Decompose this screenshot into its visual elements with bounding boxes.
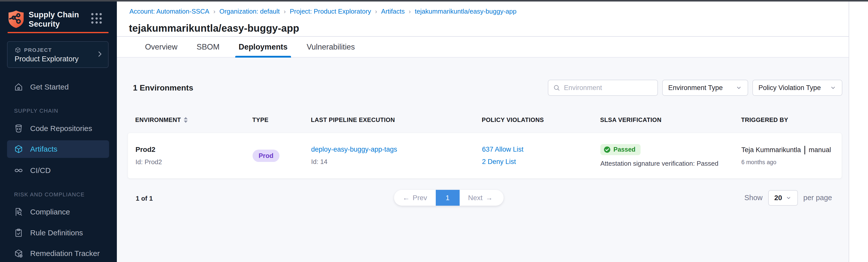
sidebar-section-supply-chain: SUPPLY CHAIN [14,108,58,114]
app-grid-icon[interactable] [91,13,102,24]
environment-name: Prod2 [135,146,247,154]
breadcrumb-artifacts[interactable]: Artifacts [381,7,405,15]
breadcrumb-organization[interactable]: Organization: default [219,7,280,15]
sidebar-item-compliance[interactable]: Compliance [7,204,109,220]
slsa-passed-badge: Passed [600,144,641,155]
pagination: ← Prev 1 Next → [394,190,504,206]
sidebar-item-get-started[interactable]: Get Started [7,80,109,94]
column-triggered-by: TRIGGERED BY [741,116,842,123]
sidebar-item-artifacts[interactable]: Artifacts [7,140,109,158]
sidebar-section-risk-compliance: RISK AND COMPLIANCE [14,191,85,198]
environment-count-heading: 1 Environments [133,83,193,92]
code-repo-icon [13,123,24,134]
breadcrumb-separator: › [284,8,286,15]
infinity-icon [13,166,24,175]
slsa-status-text: Passed [614,146,636,153]
cell-slsa-verification: Passed Attestation signature verificatio… [600,133,741,178]
tab-vulnerabilities[interactable]: Vulnerabilities [307,37,355,57]
sidebar-item-code-repositories[interactable]: Code Repositories [7,121,109,136]
home-icon [13,82,24,92]
breadcrumb-separator: › [409,8,411,15]
page-1-button[interactable]: 1 [436,190,460,206]
filter-label: Environment Type [668,84,723,92]
tab-overview[interactable]: Overview [145,37,178,57]
page-summary: 1 of 1 [136,195,153,202]
sidebar-item-label: Rule Definitions [30,229,83,237]
breadcrumb-artifact-name[interactable]: tejakummarikuntla/easy-buggy-app [415,7,517,15]
breadcrumb-account[interactable]: Account: Automation-SSCA [129,7,209,15]
cell-environment: Prod2 Id: Prod2 [128,133,253,178]
next-page-button[interactable]: Next → [460,190,501,206]
breadcrumb-separator: › [375,8,377,15]
page-size-value: 20 [774,194,782,202]
chevron-down-icon [830,85,836,91]
column-policy-violations: POLICY VIOLATIONS [482,116,600,123]
shield-logo-icon [7,9,25,29]
column-environment: ENVIRONMENT [128,116,252,123]
trigger-mode: manual [809,146,831,154]
tab-sbom[interactable]: SBOM [196,37,219,57]
module-title: Supply Chain Security [29,10,79,29]
pipeline-id: Id: 14 [311,158,476,166]
allow-list-link[interactable]: 637 Allow List [482,146,594,153]
project-cube-icon [14,47,21,53]
sort-icon[interactable] [183,117,188,123]
document-search-icon [13,207,24,217]
triggered-by-line: Teja Kummarikuntla manual [741,146,836,154]
sidebar-item-remediation-tracker[interactable]: Remediation Tracker [7,246,109,261]
sidebar: Supply Chain Security PROJECT Product Ex… [0,1,117,262]
cell-policy-violations: 637 Allow List 2 Deny List [482,133,600,178]
box-tag-icon [13,249,24,259]
app-window: Supply Chain Security PROJECT Product Ex… [0,0,868,262]
per-page-label: per page [803,194,832,202]
page-size-control: Show 20 per page [744,190,832,206]
environment-search [548,80,658,96]
sidebar-item-cicd[interactable]: CI/CD [7,163,109,178]
page-size-select[interactable]: 20 [768,190,798,206]
search-input[interactable] [564,84,653,92]
breadcrumb-separator: › [213,8,215,15]
slsa-detail: Attestation signature verification: Pass… [600,160,735,168]
page-header: Account: Automation-SSCA › Organization:… [117,1,849,37]
right-side-panel [849,1,868,262]
sidebar-item-label: CI/CD [30,166,51,175]
search-icon [553,84,560,91]
policy-violation-type-filter[interactable]: Policy Violation Type [752,80,842,96]
arrow-right-icon: → [486,194,493,202]
page-title: tejakummarikuntla/easy-buggy-app [129,23,299,34]
project-label: PROJECT [24,47,52,53]
triggered-time: 6 months ago [741,159,836,166]
sidebar-item-label: Remediation Tracker [30,249,100,258]
sidebar-item-label: Compliance [30,208,70,216]
sidebar-item-label: Code Repositories [30,124,92,133]
environment-id: Id: Prod2 [135,158,247,166]
tab-deployments[interactable]: Deployments [239,37,288,57]
module-header: Supply Chain Security [7,9,109,31]
project-selector[interactable]: PROJECT Product Exploratory [7,41,108,68]
column-type: TYPE [252,116,311,123]
cell-triggered-by: Teja Kummarikuntla manual 6 months ago [741,133,842,178]
chevron-down-icon [736,85,742,91]
table-row[interactable]: Prod2 Id: Prod2 Prod deploy-easy-buggy-a… [128,133,842,178]
pipeline-link[interactable]: deploy-easy-buggy-app-tags [311,146,476,153]
table-header-row: ENVIRONMENT TYPE LAST PIPELINE EXECUTION… [128,114,842,125]
breadcrumb-project[interactable]: Project: Product Exploratory [290,7,371,15]
prev-page-button[interactable]: ← Prev [394,190,436,206]
tab-bar: Overview SBOM Deployments Vulnerabilitie… [117,37,849,58]
environment-type-filter[interactable]: Environment Type [662,80,748,96]
prod-type-badge: Prod [253,150,279,162]
chevron-right-icon [96,50,103,58]
arrow-left-icon: ← [403,194,410,202]
cell-last-pipeline-execution: deploy-easy-buggy-app-tags Id: 14 [311,133,482,178]
breadcrumb: Account: Automation-SSCA › Organization:… [129,7,517,15]
column-last-pipeline-execution: LAST PIPELINE EXECUTION [311,116,482,123]
chevron-down-icon [785,195,792,201]
show-label: Show [744,194,763,202]
window-top-strip [0,0,868,1]
deny-list-link[interactable]: 2 Deny List [482,158,594,166]
divider [804,146,805,154]
sidebar-item-rule-definitions[interactable]: Rule Definitions [7,225,109,240]
triggered-by-name: Teja Kummarikuntla [741,146,801,154]
cell-type: Prod [253,133,311,178]
sidebar-item-label: Get Started [30,83,69,91]
